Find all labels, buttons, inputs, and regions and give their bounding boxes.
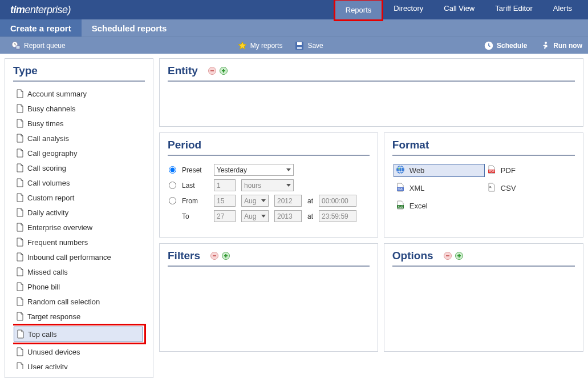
type-item-label: Missed calls	[27, 268, 68, 276]
document-icon	[16, 223, 24, 232]
type-item-label: Busy times	[27, 119, 64, 128]
topnav-item-alerts[interactable]: Alerts	[543, 0, 582, 21]
topnav-item-reports[interactable]: Reports	[335, 1, 382, 19]
svg-text:PDF: PDF	[489, 170, 494, 173]
to-month-dropdown[interactable]: Aug	[241, 210, 269, 222]
type-item-missed-calls[interactable]: Missed calls	[13, 264, 149, 279]
topbar: timenterprise) ReportsDirectoryCall View…	[0, 0, 588, 19]
format-csv[interactable]: a,CSV	[485, 182, 565, 195]
schedule-button[interactable]: Schedule	[484, 41, 527, 50]
format-label: CSV	[501, 184, 516, 192]
logo-bold: tim	[10, 4, 25, 15]
svg-point-6	[545, 42, 547, 44]
subtab-scheduled-reports[interactable]: Scheduled reports	[82, 19, 177, 37]
format-web[interactable]: Web	[394, 164, 485, 177]
period-from-radio[interactable]	[169, 197, 176, 204]
to-year-input[interactable]	[274, 210, 302, 222]
document-icon	[16, 119, 24, 128]
type-item-label: Target response	[27, 312, 80, 321]
run-now-label: Run now	[553, 42, 582, 50]
options-title: Options	[392, 250, 433, 262]
type-item-top-calls[interactable]: Top calls	[14, 327, 143, 341]
clock-icon	[484, 41, 493, 50]
format-excel[interactable]: XLSExcel	[394, 199, 485, 212]
document-icon	[16, 104, 24, 113]
document-icon	[16, 238, 24, 247]
preset-label: Preset	[182, 166, 208, 174]
topnav-item-directory[interactable]: Directory	[383, 0, 433, 21]
type-item-frequent-numbers[interactable]: Frequent numbers	[13, 235, 149, 250]
report-queue-button[interactable]: Report queue	[11, 41, 66, 50]
from-month-dropdown[interactable]: Aug	[241, 195, 269, 207]
run-icon	[541, 41, 550, 50]
schedule-label: Schedule	[497, 42, 527, 50]
options-remove-button[interactable]	[444, 252, 452, 260]
document-icon	[16, 252, 24, 262]
type-item-account-summary[interactable]: Account summary	[13, 86, 149, 101]
svg-text:XML: XML	[398, 187, 404, 191]
type-item-label: Phone bill	[27, 283, 60, 291]
from-year-input[interactable]	[274, 195, 302, 207]
document-icon	[16, 89, 24, 98]
last-value-input[interactable]	[214, 179, 236, 191]
document-icon	[16, 193, 24, 202]
my-reports-button[interactable]: My reports	[238, 41, 283, 50]
format-pdf[interactable]: PDFPDF	[485, 164, 565, 177]
last-unit-dropdown[interactable]: hours	[241, 179, 294, 191]
type-title: Type	[13, 65, 145, 82]
options-add-button[interactable]	[455, 252, 463, 260]
topnav-item-tariff-editor[interactable]: Tariff Editor	[485, 0, 543, 21]
filters-title: Filters	[168, 250, 200, 262]
type-item-unused-devices[interactable]: Unused devices	[13, 344, 149, 359]
last-label: Last	[182, 182, 208, 190]
type-item-call-geography[interactable]: Call geography	[13, 146, 149, 160]
type-item-label: Call volumes	[27, 179, 70, 187]
type-item-label: Enterprise overview	[27, 223, 92, 232]
entity-add-button[interactable]	[220, 67, 228, 75]
type-item-call-scoring[interactable]: Call scoring	[13, 160, 149, 175]
entity-remove-button[interactable]	[208, 67, 216, 75]
period-last-radio[interactable]	[169, 182, 176, 189]
svg-text:a,: a,	[489, 185, 492, 188]
logo: timenterprise)	[10, 4, 71, 16]
type-item-label: User activity	[27, 363, 68, 369]
from-time-input[interactable]	[319, 195, 356, 207]
type-item-phone-bill[interactable]: Phone bill	[13, 279, 149, 294]
type-item-daily-activity[interactable]: Daily activity	[13, 205, 149, 220]
type-item-user-activity[interactable]: User activity	[13, 359, 149, 369]
svg-rect-1	[16, 46, 20, 49]
type-item-target-response[interactable]: Target response	[13, 309, 149, 324]
type-item-call-volumes[interactable]: Call volumes	[13, 175, 149, 190]
to-time-input[interactable]	[319, 210, 356, 222]
save-icon	[295, 41, 304, 50]
document-icon	[16, 347, 24, 356]
type-item-label: Random call selection	[27, 297, 100, 306]
type-item-busy-times[interactable]: Busy times	[13, 116, 149, 131]
excel-icon: XLS	[396, 200, 405, 211]
type-item-label: Call scoring	[27, 164, 66, 172]
period-preset-radio[interactable]	[169, 166, 176, 174]
filters-remove-button[interactable]	[210, 252, 218, 260]
type-item-label: Daily activity	[27, 208, 68, 217]
chevron-down-icon	[261, 215, 266, 218]
document-icon	[16, 267, 24, 276]
type-item-custom-report[interactable]: Custom report	[13, 190, 149, 205]
type-item-random-call-selection[interactable]: Random call selection	[13, 294, 149, 309]
filters-add-button[interactable]	[222, 252, 230, 260]
format-panel: Format WebPDFPDFXMLXMLa,CSVXLSExcel	[384, 132, 583, 238]
type-item-enterprise-overview[interactable]: Enterprise overview	[13, 220, 149, 235]
save-button[interactable]: Save	[295, 41, 323, 50]
to-day-input[interactable]	[214, 210, 236, 222]
document-icon	[16, 312, 24, 321]
chevron-down-icon	[261, 199, 266, 202]
type-item-inbound-call-performance[interactable]: Inbound call performance	[13, 250, 149, 264]
preset-dropdown[interactable]: Yesterday	[214, 164, 294, 176]
from-day-input[interactable]	[214, 195, 236, 207]
type-item-call-analysis[interactable]: Call analysis	[13, 131, 149, 146]
type-list[interactable]: Account summaryBusy channelsBusy timesCa…	[13, 86, 151, 369]
subtab-create-a-report[interactable]: Create a report	[0, 19, 82, 37]
run-now-button[interactable]: Run now	[541, 41, 582, 50]
topnav-item-call-view[interactable]: Call View	[433, 0, 485, 21]
format-xml[interactable]: XMLXML	[394, 182, 485, 195]
type-item-busy-channels[interactable]: Busy channels	[13, 101, 149, 116]
